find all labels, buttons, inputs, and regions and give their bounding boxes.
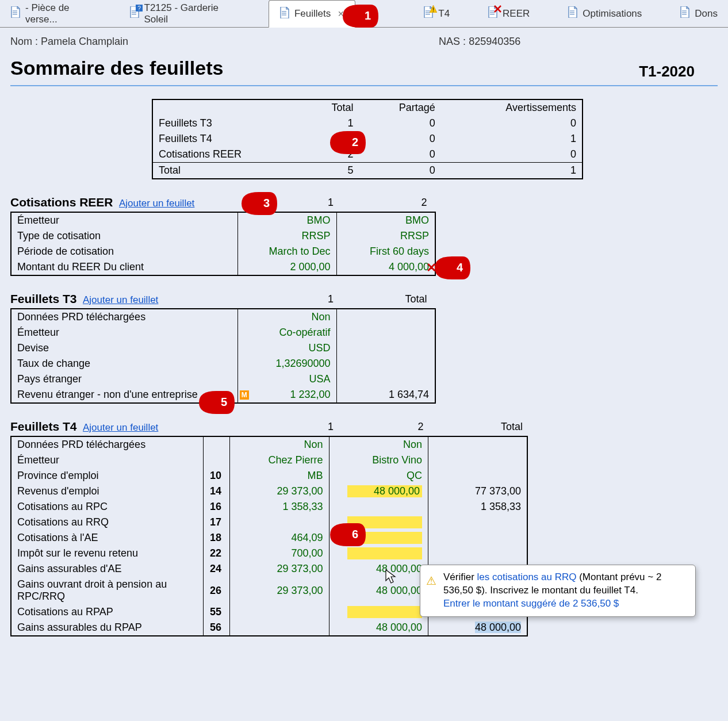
tab-dons[interactable]: Dons [669,0,728,27]
table-row: ÉmetteurChez PierreBistro Vino [11,452,527,468]
slip-cell[interactable]: Non [329,436,428,452]
tab-label: Optimisations [583,8,642,20]
m-badge: M [240,390,249,400]
summary-table: Total Partagé Avertissements Feuillets T… [152,99,583,179]
row-label: Émetteur [11,452,204,468]
table-row: Cotisations au RPC161 358,331 358,33 [11,499,527,515]
row-label: Cotisations au RRQ [11,515,204,530]
section-t3: Feuillets T3 Ajouter un feuillet 1 Total… [10,292,718,404]
total-cell [428,436,527,452]
tab-reer[interactable]: REER [477,0,540,27]
box-number: 14 [204,484,230,499]
question-icon: ? [136,5,143,11]
total-cell: 1 358,33 [428,499,527,515]
box-number: 10 [204,468,230,484]
col-1: 1 [10,197,334,209]
tab-label: T4 [438,8,450,20]
tooltip-link-rrq[interactable]: les cotisations au RRQ [477,572,577,582]
slip-cell[interactable]: 48 000,00 [329,561,428,577]
box-number: 18 [204,530,230,546]
col-total: Total [302,99,359,116]
box-number: 55 [204,604,230,620]
slip-cell[interactable]: QC [329,468,428,484]
slip-cell[interactable]: 48 000,00 [329,484,428,499]
doc-icon [279,7,290,21]
total-cell [428,530,527,546]
tab-feuillets[interactable]: Feuillets ✕ [269,0,355,28]
doc-icon [680,6,690,21]
svg-text:?: ? [137,5,141,11]
slip-cell[interactable] [230,604,329,620]
row-label: Province d'emploi [11,468,204,484]
tooltip-link-suggested[interactable]: Entrer le montant suggéré de 2 536,50 $ [443,598,619,609]
total-cell [428,515,527,530]
row-label: Revenus d'emploi [11,484,204,499]
row-t4: Feuillets T4201 [152,131,583,147]
doc-icon [10,6,21,21]
slip-cell[interactable] [230,620,329,636]
row-label: Gains assurables du RPAP [11,620,204,636]
table-row: Impôt sur le revenu retenu22700,00 [11,546,527,561]
row-reer: Cotisations REER200 [152,147,583,163]
box-number: 56 [204,620,230,636]
slip-cell[interactable] [329,546,428,561]
total-cell [428,452,527,468]
row-label: Cotisations au RPAP [11,604,204,620]
slip-cell[interactable]: Chez Pierre [230,452,329,468]
tab-label: Feuillets [294,8,331,20]
row-label: Gains ouvrant droit à pension au RPC/RRQ [11,577,204,604]
doc-icon: ! [423,6,434,21]
slip-cell[interactable] [329,499,428,515]
tab-piece[interactable]: - Pièce de verse... [0,0,103,27]
box-number: 24 [204,561,230,577]
col-total: Total [426,421,523,433]
tab-bar: - Pièce de verse... ? T2125 - Garderie S… [0,0,728,28]
slip-cell[interactable]: 48 000,00 [329,577,428,604]
tab-t4[interactable]: ! T4 [413,0,460,27]
col-1: 1 [10,293,334,305]
tab-t2125[interactable]: ? T2125 - Garderie Soleil [119,0,241,27]
box-number: 26 [204,577,230,604]
col-2: 2 [336,421,423,433]
row-label: Cotisations à l'AE [11,530,204,546]
tax-year: T1-2020 [639,63,695,80]
row-label: Cotisations au RPC [11,499,204,515]
table-row: Revenus d'emploi1429 373,0048 000,0077 3… [11,484,527,499]
total-cell: 77 373,00 [428,484,527,499]
tab-label: REER [503,8,530,20]
client-sin: 825940356 [469,36,520,47]
tab-label: - Pièce de verse... [25,2,93,25]
col-total: Total [336,293,427,305]
doc-icon [568,6,578,21]
client-info: Nom : Pamela Champlain NAS : 825940356 [10,36,718,48]
slip-cell[interactable]: 29 373,00 [230,577,329,604]
doc-icon: ? [129,6,140,21]
slip-cell[interactable] [329,604,428,620]
slip-cell[interactable]: 29 373,00 [230,561,329,577]
slip-cell[interactable]: 29 373,00 [230,484,329,499]
slip-cell[interactable]: Non [230,436,329,452]
row-total: Total501 [152,163,583,179]
row-t3: Feuillets T3100 [152,116,583,131]
table-row: Données PRD téléchargéesNonNon [11,436,527,452]
slip-cell[interactable] [230,515,329,530]
slip-cell[interactable] [329,515,428,530]
tab-label: T2125 - Garderie Soleil [144,2,231,25]
col-shared: Partagé [359,99,440,116]
slip-cell[interactable]: 48 000,00 [329,620,428,636]
warning-icon: ! [430,5,437,13]
box-number [204,452,230,468]
delete-x-icon[interactable]: ✕ [426,260,436,275]
slip-cell[interactable]: Bistro Vino [329,452,428,468]
warning-tooltip: ⚠ Vérifier les cotisations au RRQ (Monta… [420,565,696,617]
slip-cell[interactable] [329,530,428,546]
warning-icon: ⚠ [426,573,436,589]
slip-cell[interactable]: 700,00 [230,546,329,561]
slip-cell[interactable]: 1 358,33 [230,499,329,515]
close-icon[interactable]: ✕ [338,9,344,18]
col-1: 1 [10,421,334,433]
box-number [204,436,230,452]
slip-cell[interactable]: 464,09 [230,530,329,546]
tab-optimisations[interactable]: Optimisations [557,0,652,27]
slip-cell[interactable]: MB [230,468,329,484]
